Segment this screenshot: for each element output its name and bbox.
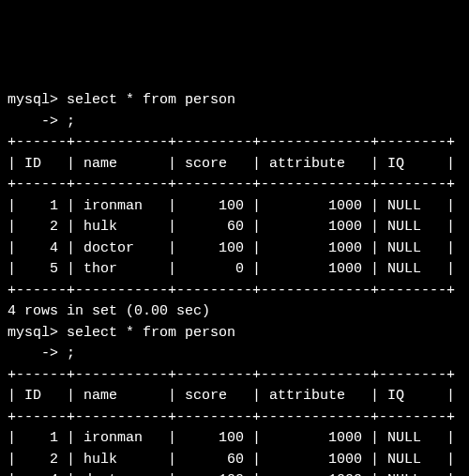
mysql-prompt: mysql> [8, 92, 67, 108]
continuation-prompt: -> [8, 345, 67, 361]
result-footer: 4 rows in set (0.00 sec) [8, 301, 461, 323]
table-border: +------+-----------+---------+----------… [8, 132, 461, 154]
table-row: | 4 | doctor | 100 | 1000 | NULL | [8, 238, 461, 260]
table-border: +------+-----------+---------+----------… [8, 365, 461, 387]
table-border: +------+-----------+---------+----------… [8, 175, 461, 196]
table-row: | 1 | ironman | 100 | 1000 | NULL | [8, 428, 461, 450]
table-header: | ID | name | score | attribute | IQ | [8, 386, 461, 407]
table-row: | 1 | ironman | 100 | 1000 | NULL | [8, 196, 461, 218]
table-row: | 5 | thor | 0 | 1000 | NULL | [8, 259, 461, 281]
table-row: | 2 | hulk | 60 | 1000 | NULL | [8, 217, 461, 238]
table-row: | 2 | hulk | 60 | 1000 | NULL | [8, 450, 461, 471]
mysql-prompt: mysql> [8, 325, 67, 341]
sql-terminator: ; [67, 114, 75, 130]
prompt-line[interactable]: mysql> select * from person [8, 323, 461, 345]
sql-statement: select * from person [67, 92, 235, 108]
continuation-line[interactable]: -> ; [8, 344, 461, 365]
table-border: +------+-----------+---------+----------… [8, 407, 461, 429]
continuation-line[interactable]: -> ; [8, 112, 461, 133]
table-header: | ID | name | score | attribute | IQ | [8, 154, 461, 176]
sql-terminator: ; [67, 345, 75, 361]
terminal-output: mysql> select * from person -> ;+------+… [8, 90, 461, 476]
sql-statement: select * from person [67, 325, 235, 341]
continuation-prompt: -> [8, 114, 67, 130]
table-row: | 4 | doctor | 100 | 1000 | NULL | [8, 470, 461, 476]
table-border: +------+-----------+---------+----------… [8, 281, 461, 302]
prompt-line[interactable]: mysql> select * from person [8, 90, 461, 112]
